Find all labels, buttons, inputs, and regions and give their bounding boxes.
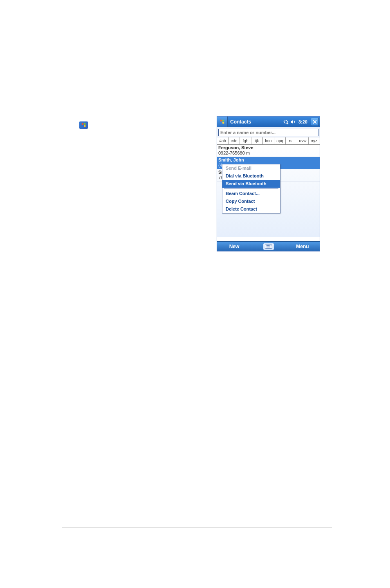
search-input[interactable] xyxy=(218,129,318,136)
titlebar: Contacts 3:20 xyxy=(217,117,320,127)
menu-item-dial-bluetooth[interactable]: Dial via Bluetooth xyxy=(222,172,280,180)
alpha-cell[interactable]: uvw xyxy=(297,137,309,144)
alpha-cell[interactable]: xyz xyxy=(309,137,320,144)
contact-row[interactable]: Ferguson, Steve 0922-765680 m xyxy=(217,145,320,157)
menu-item-send-bluetooth[interactable]: Send via Bluetooth xyxy=(222,180,280,188)
menu-item-beam-contact[interactable]: Beam Contact... xyxy=(222,190,280,197)
alphabet-bar: #ab cde fgh ijk lmn opq rst uvw xyz xyxy=(217,137,320,145)
svg-rect-7 xyxy=(271,245,271,246)
close-icon xyxy=(313,120,317,124)
connection-icon[interactable] xyxy=(283,119,289,125)
page-rule xyxy=(62,527,332,528)
alpha-cell[interactable]: opq xyxy=(274,137,286,144)
alpha-cell[interactable]: fgh xyxy=(240,137,251,144)
svg-rect-9 xyxy=(267,247,270,247)
svg-rect-10 xyxy=(271,247,271,247)
sound-icon[interactable] xyxy=(290,119,296,125)
search-row xyxy=(217,127,320,137)
contact-name: Smith, John xyxy=(218,157,318,163)
menu-item-copy-contact[interactable]: Copy Contact xyxy=(222,197,280,205)
svg-rect-8 xyxy=(266,247,267,247)
contact-list[interactable]: Ferguson, Steve 0922-765680 m Smith, Joh… xyxy=(217,145,320,237)
alpha-cell[interactable]: cde xyxy=(229,137,240,144)
svg-rect-5 xyxy=(268,245,269,246)
menu-item-delete-contact[interactable]: Delete Contact xyxy=(222,205,280,213)
alpha-cell[interactable]: #ab xyxy=(217,137,229,144)
close-button[interactable] xyxy=(311,118,319,126)
alpha-cell[interactable]: lmn xyxy=(263,137,274,144)
contact-name: Ferguson, Steve xyxy=(218,145,318,150)
device-screen: Contacts 3:20 #ab cde fgh ijk lmn opq rs… xyxy=(217,116,320,251)
menu-item-send-email: Send E-mail xyxy=(222,164,280,172)
flag-icon xyxy=(81,122,87,128)
context-menu: Send E-mail Dial via Bluetooth Send via … xyxy=(222,164,280,213)
alpha-cell[interactable]: rst xyxy=(286,137,297,144)
svg-rect-4 xyxy=(267,245,268,246)
menu-button[interactable]: Menu xyxy=(285,244,320,249)
flag-icon xyxy=(220,119,225,125)
new-button[interactable]: New xyxy=(217,244,251,249)
svg-rect-6 xyxy=(269,245,270,246)
alpha-cell[interactable]: ijk xyxy=(251,137,263,144)
system-tray: 3:20 xyxy=(283,118,320,126)
app-title: Contacts xyxy=(228,119,283,125)
keyboard-button[interactable] xyxy=(263,243,274,250)
menu-separator xyxy=(224,189,278,189)
contact-sub: 0922-765680 m xyxy=(218,150,318,156)
bottom-bar: New Menu xyxy=(217,241,320,251)
windows-small-icon xyxy=(79,121,88,129)
keyboard-icon xyxy=(265,245,272,249)
clock-time: 3:20 xyxy=(298,119,308,124)
svg-rect-3 xyxy=(266,245,267,246)
start-button[interactable] xyxy=(217,117,228,127)
